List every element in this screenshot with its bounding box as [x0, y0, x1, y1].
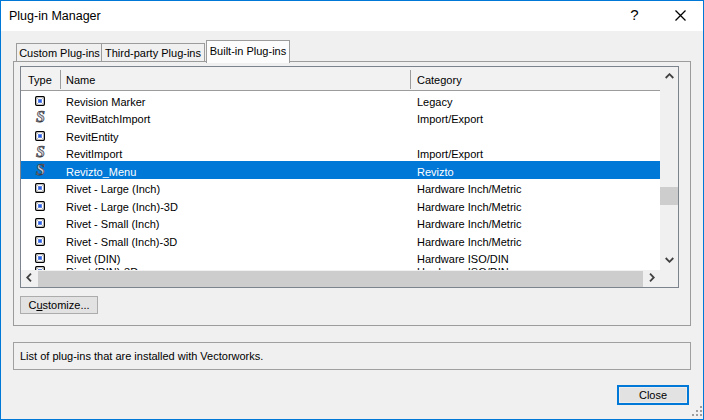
svg-text:?: ?: [630, 7, 638, 23]
